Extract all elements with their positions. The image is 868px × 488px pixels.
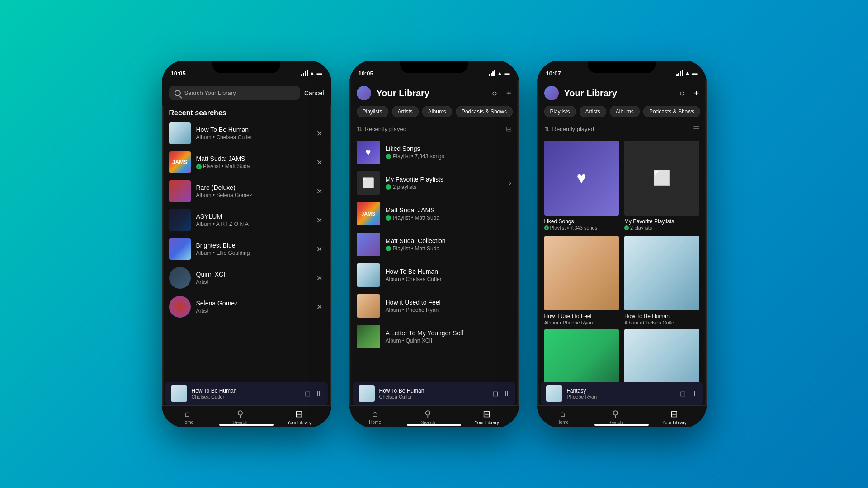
add-icon-3[interactable]: + <box>694 88 699 99</box>
chip-playlists-3[interactable]: Playlists <box>544 106 576 117</box>
search-item-name: How To Be Human <box>196 126 310 133</box>
remove-button[interactable]: ✕ <box>315 273 324 282</box>
remove-button[interactable]: ✕ <box>315 187 324 196</box>
grid-item[interactable]: How it Used to Feel Album • Phoebe Ryan <box>544 236 619 326</box>
chip-podcasts[interactable]: Podcasts & Shows <box>456 106 513 117</box>
chip-albums[interactable]: Albums <box>422 106 452 117</box>
list-item[interactable]: Rare (Deluxe) Album • Selena Gomez ✕ <box>162 177 331 206</box>
chip-playlists[interactable]: Playlists <box>357 106 388 117</box>
list-item[interactable]: Quinn XCII Artist ✕ <box>162 263 331 292</box>
sort-row-2: ⇅ Recently played ⊞ <box>349 121 519 137</box>
lib-item-sub: Album • Quinn XCII <box>386 338 512 344</box>
nav-home-3[interactable]: ⌂ Home <box>557 408 569 425</box>
search-header-icon[interactable]: ○ <box>492 88 497 99</box>
search-item-sub: Album • Chelsea Cutler <box>196 134 310 141</box>
grid-item-name: Liked Songs <box>544 218 619 225</box>
now-playing-artist: Chelsea Cutler <box>192 394 300 399</box>
lib-item-info: My Favorite Playlists 2 playlists <box>386 176 504 190</box>
chip-artists-3[interactable]: Artists <box>580 106 606 117</box>
nav-search-3[interactable]: ⚲ Search <box>609 408 623 425</box>
nav-library-2[interactable]: ⊟ Your Library <box>475 408 499 425</box>
search-thumb-rare <box>169 180 191 202</box>
grid-item-sub: Playlist • 7,343 songs <box>544 225 619 230</box>
grid-item[interactable]: ♥ Liked Songs Playlist • 7,343 songs <box>544 141 619 230</box>
list-item[interactable]: Brightest Blue Album • Ellie Goulding ✕ <box>162 235 331 263</box>
nav-search-2[interactable]: ⚲ Search <box>421 408 435 425</box>
now-playing-bar-3[interactable]: Fantasy Phoebe Ryan ⊡ ⏸ <box>541 382 703 405</box>
downloaded-icon-g <box>544 225 549 230</box>
search-item-info: How To Be Human Album • Chelsea Cutler <box>196 126 310 141</box>
nav-library-label-2: Your Library <box>475 420 499 425</box>
nav-library[interactable]: ⊟ Your Library <box>287 408 311 425</box>
lib-item-info: How it Used to Feel Album • Phoebe Ryan <box>386 299 512 313</box>
devices-icon-3[interactable]: ⊡ <box>680 389 686 398</box>
chip-artists[interactable]: Artists <box>392 106 419 117</box>
grid-item[interactable]: ⬜ My Favorite Playlists 2 playlists <box>624 141 699 230</box>
status-icons-2: ▲ ▬ <box>489 70 510 76</box>
nav-home-2[interactable]: ⌂ Home <box>369 408 381 425</box>
devices-icon[interactable]: ⊡ <box>305 389 311 398</box>
remove-button[interactable]: ✕ <box>315 244 324 253</box>
nav-home[interactable]: ⌂ Home <box>181 408 193 425</box>
add-icon[interactable]: + <box>506 88 512 99</box>
list-item[interactable]: ⬜ My Favorite Playlists 2 playlists › <box>349 168 519 198</box>
lib-item-info: How To Be Human Album • Chelsea Cutler <box>386 268 512 282</box>
chip-albums-3[interactable]: Albums <box>610 106 640 117</box>
lib-item-sub: Playlist • 7,343 songs <box>386 153 512 160</box>
grid-view-icon[interactable]: ⊞ <box>506 125 512 133</box>
list-item[interactable]: ASYLUM Album • A R I Z O N A ✕ <box>162 206 331 235</box>
signal-bars-1 <box>301 70 308 76</box>
list-item[interactable]: JAMS Matt Suda: JAMS Playlist • Matt Sud… <box>162 148 331 177</box>
grid-thumb-liked: ♥ <box>544 141 619 216</box>
list-view-icon[interactable]: ☰ <box>693 125 699 133</box>
search-nav-icon-2: ⚲ <box>425 408 431 419</box>
search-item-name: Selena Gomez <box>196 300 310 307</box>
now-playing-bar[interactable]: How To Be Human Chelsea Cutler ⊡ ⏸ <box>165 382 328 405</box>
cancel-button[interactable]: Cancel <box>304 89 324 97</box>
nav-library-3[interactable]: ⊟ Your Library <box>662 408 687 425</box>
notch-2 <box>400 61 468 73</box>
remove-button[interactable]: ✕ <box>315 129 324 138</box>
lib-item-name: How To Be Human <box>386 268 512 275</box>
list-item[interactable]: A Letter To My Younger Self Album • Quin… <box>349 321 519 352</box>
pause-icon-3[interactable]: ⏸ <box>690 389 698 398</box>
remove-button[interactable]: ✕ <box>315 216 324 225</box>
list-item[interactable]: ♥ Liked Songs Playlist • 7,343 songs <box>349 137 519 168</box>
grid-thumb-howused <box>544 236 619 311</box>
search-item-sub: Artist <box>196 279 310 285</box>
filter-chips-2: Playlists Artists Albums Podcasts & Show… <box>349 104 519 121</box>
search-item-info: Rare (Deluxe) Album • Selena Gomez <box>196 184 310 198</box>
grid-item[interactable]: How To Be Human Album • Chelsea Cutler <box>624 236 699 326</box>
search-nav-icon-3: ⚲ <box>612 408 619 419</box>
now-playing-thumb-3 <box>546 385 562 402</box>
search-item-info: Selena Gomez Artist <box>196 300 310 314</box>
home-icon: ⌂ <box>185 408 190 419</box>
lib-item-sub: 2 playlists <box>386 184 504 190</box>
pause-icon-2[interactable]: ⏸ <box>503 389 510 398</box>
search-bar[interactable]: Search Your Library <box>169 86 300 100</box>
remove-button[interactable]: ✕ <box>315 158 324 167</box>
list-item[interactable]: How it Used to Feel Album • Phoebe Ryan <box>349 291 519 321</box>
library-header-2: Your Library ○ + <box>349 80 519 104</box>
pause-icon[interactable]: ⏸ <box>315 389 322 398</box>
now-playing-bar-2[interactable]: How To Be Human Chelsea Cutler ⊡ ⏸ <box>353 382 515 405</box>
now-playing-controls-3: ⊡ ⏸ <box>680 389 698 398</box>
remove-button[interactable]: ✕ <box>315 302 324 311</box>
list-item[interactable]: How To Be Human Album • Chelsea Cutler ✕ <box>162 119 331 148</box>
search-header-icon-3[interactable]: ○ <box>679 88 685 99</box>
list-item[interactable]: JAMS Matt Suda: JAMS Playlist • Matt Sud… <box>349 198 519 229</box>
search-item-name: Matt Suda: JAMS <box>196 155 310 162</box>
devices-icon-2[interactable]: ⊡ <box>492 389 498 398</box>
nav-search[interactable]: ⚲ Search <box>233 408 248 425</box>
chip-podcasts-3[interactable]: Podcasts & Shows <box>643 106 700 117</box>
status-icons-1: ▲ ▬ <box>301 70 322 76</box>
home-indicator-3 <box>594 424 649 426</box>
list-item[interactable]: Selena Gomez Artist ✕ <box>162 292 331 321</box>
status-time-1: 10:05 <box>171 70 186 77</box>
battery-icon-2: ▬ <box>505 70 510 76</box>
folder-thumb: ⬜ <box>357 171 380 195</box>
list-item[interactable]: How To Be Human Album • Chelsea Cutler <box>349 260 519 291</box>
phone-2: 10:05 ▲ ▬ Your Library ○ + Playlists Art… <box>349 61 519 427</box>
signal-bars-3 <box>676 70 683 76</box>
list-item[interactable]: Matt Suda: Collection Playlist • Matt Su… <box>349 229 519 260</box>
